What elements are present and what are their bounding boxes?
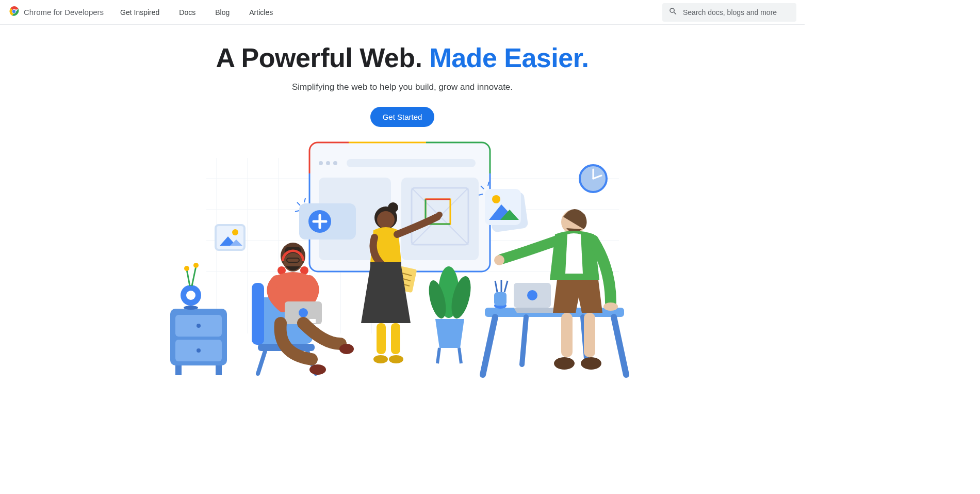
headline-part1: A Powerful Web. (216, 43, 430, 73)
nav-blog[interactable]: Blog (215, 8, 230, 17)
svg-point-70 (377, 211, 395, 229)
svg-rect-76 (370, 262, 401, 266)
svg-line-89 (522, 317, 526, 364)
brand-title: Chrome for Developers (24, 8, 104, 17)
nav-articles[interactable]: Articles (249, 8, 273, 17)
svg-point-99 (494, 255, 504, 265)
svg-line-97 (504, 281, 508, 292)
top-header: Chrome for Developers Get Inspired Docs … (0, 0, 805, 25)
svg-rect-31 (216, 225, 244, 250)
svg-rect-102 (584, 313, 595, 357)
svg-point-71 (436, 212, 443, 218)
hero-section: A Powerful Web. Made Easier. Simplifying… (0, 25, 805, 385)
svg-line-88 (614, 317, 626, 375)
get-started-button[interactable]: Get Started (370, 107, 435, 127)
svg-point-79 (373, 355, 388, 363)
hero-illustration (155, 137, 650, 385)
svg-line-55 (258, 351, 265, 374)
hero-headline: A Powerful Web. Made Easier. (0, 43, 805, 73)
headline-part2: Made Easier. (429, 43, 589, 73)
svg-point-32 (232, 229, 238, 235)
svg-line-87 (483, 317, 495, 375)
svg-point-51 (184, 266, 189, 271)
search-input[interactable] (683, 8, 790, 17)
svg-point-80 (389, 355, 403, 363)
svg-point-42 (197, 348, 201, 353)
svg-point-92 (527, 290, 537, 300)
svg-point-16 (333, 161, 337, 165)
svg-point-47 (184, 306, 198, 310)
svg-point-104 (581, 357, 601, 370)
svg-rect-17 (347, 159, 476, 167)
svg-point-100 (603, 302, 618, 311)
svg-point-67 (339, 344, 354, 354)
search-box[interactable] (662, 3, 796, 22)
svg-point-2 (12, 9, 15, 12)
svg-rect-101 (561, 313, 573, 357)
svg-point-49 (193, 263, 199, 268)
svg-point-66 (309, 364, 326, 375)
svg-point-103 (554, 357, 575, 370)
hero-subtitle: Simplifying the web to help you build, g… (0, 82, 805, 92)
svg-rect-78 (391, 323, 400, 354)
svg-point-15 (326, 161, 330, 165)
svg-line-50 (187, 269, 190, 286)
svg-point-28 (492, 195, 500, 203)
svg-rect-43 (175, 365, 182, 375)
svg-point-41 (197, 324, 201, 328)
svg-line-95 (495, 281, 497, 292)
brand[interactable]: Chrome for Developers (8, 6, 104, 19)
svg-point-64 (299, 308, 308, 317)
svg-rect-77 (377, 323, 386, 354)
svg-line-84 (437, 348, 439, 363)
chrome-logo-icon (8, 6, 20, 19)
svg-line-85 (459, 348, 461, 363)
svg-line-48 (192, 266, 196, 286)
top-nav: Get Inspired Docs Blog Articles (120, 8, 273, 17)
nav-get-inspired[interactable]: Get Inspired (120, 8, 159, 17)
svg-rect-94 (494, 292, 507, 306)
svg-point-46 (186, 291, 195, 300)
nav-docs[interactable]: Docs (179, 8, 195, 17)
svg-point-14 (319, 161, 323, 165)
svg-rect-53 (252, 283, 264, 345)
svg-rect-44 (216, 365, 222, 375)
search-icon (668, 7, 678, 18)
